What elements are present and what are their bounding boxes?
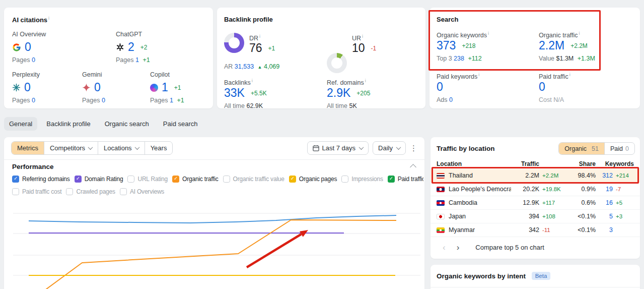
triangle-up-icon: ▲ (258, 65, 262, 70)
ai-overview-count[interactable]: 0 (25, 41, 31, 53)
traffic-value-line: Value $1.3M +1.3M (539, 55, 595, 62)
google-icon (12, 43, 21, 52)
report-tabs: General Backlink profile Organic search … (4, 117, 203, 131)
cost-line: Cost N/A (539, 96, 564, 103)
metric-checkbox-row-1: Referring domains Domain Rating URL Rati… (12, 176, 423, 183)
table-row-japan[interactable]: Japan 394 +108 <0.1% 5 +3 (431, 210, 640, 223)
ahrefs-rank-link[interactable]: 31,533 (235, 63, 254, 70)
ref-domains-value-link[interactable]: 2.9K (327, 87, 350, 99)
organic-traffic-label: Organic traffici (539, 31, 580, 39)
info-icon: i (48, 16, 49, 21)
keywords-link[interactable]: 19 (599, 186, 613, 193)
checkbox (12, 188, 19, 195)
organic-keywords-value-link[interactable]: 373 (437, 40, 456, 51)
table-row-myanmar[interactable]: Myanmar 342 -11 <0.1% 3 (431, 223, 640, 237)
collapse-section-button[interactable] (410, 164, 416, 170)
toggle-paid[interactable]: Paid0 (604, 143, 634, 154)
checkbox (172, 176, 179, 183)
backlink-profile-title: Backlink profile (224, 16, 273, 23)
intent-divider (431, 287, 640, 287)
info-icon: i (362, 34, 363, 39)
interval-dropdown[interactable]: Daily (373, 141, 406, 155)
ai-item-perplexity: Perplexity 0 Pages 0 (12, 71, 40, 104)
compare-top5-link[interactable]: Compare top 5 on chart (475, 244, 544, 251)
years-button[interactable]: Years (145, 142, 173, 154)
keywords-link[interactable]: 3 (599, 226, 613, 234)
checkbox-referring-domains[interactable]: Referring domains (12, 176, 70, 183)
annotation-arrow-line (247, 234, 301, 267)
chatgpt-count[interactable]: 2 (128, 41, 134, 53)
checkbox (127, 176, 134, 183)
metrics-button[interactable]: Metrics (12, 142, 44, 154)
paid-traffic-value-link[interactable]: 0 (539, 81, 545, 93)
paid-keywords-value-link[interactable]: 0 (437, 81, 443, 93)
backlinks-label: Backlinksi (224, 78, 253, 86)
tab-paid-search[interactable]: Paid search (158, 117, 203, 131)
metrics-filter-group: Metrics Competitors Locations Years (11, 141, 173, 155)
checkbox (388, 176, 395, 183)
backlinks-value-link[interactable]: 33K (224, 87, 245, 99)
ai-citations-card: AI citationsi AI Overview 0 Pages 0 Chat… (4, 8, 213, 108)
competitors-dropdown[interactable]: Competitors (44, 142, 98, 154)
backlinks-alltime: All time 62.9K (224, 102, 263, 109)
table-row-thailand[interactable]: Thailand 2.2M +2.2M 98.4% 312 +214 (431, 169, 640, 183)
checkbox (75, 176, 82, 183)
prev-page-button[interactable]: ‹ (443, 243, 446, 252)
table-row-cambodia[interactable]: Cambodia 12.9K +117 0.6% 16 +5 (431, 196, 640, 210)
series-referring-domains (29, 215, 396, 223)
checkbox-paid-traffic[interactable]: Paid traffic (388, 176, 423, 183)
table-row-laos[interactable]: Lao People's Democratic Reput 20.2K +19.… (431, 183, 640, 196)
checkbox (12, 176, 19, 183)
checkbox-domain-rating[interactable]: Domain Rating (75, 176, 123, 183)
backlink-profile-card: Backlink profile DRi 76+1 URi 10-1 AR 31… (217, 8, 425, 108)
pages-count-link[interactable]: 1 (135, 56, 139, 64)
metric-checkbox-row-2: Paid traffic cost Crawled pages AI Overv… (12, 188, 423, 195)
tab-organic-search[interactable]: Organic search (100, 117, 154, 131)
date-controls: Last 7 days Daily ⋮ (307, 141, 417, 155)
pages-count-link[interactable]: 0 (32, 56, 35, 64)
organic-traffic-value-link[interactable]: 2.2M (539, 40, 564, 51)
tab-backlink-profile[interactable]: Backlink profile (41, 117, 95, 131)
traffic-by-location-card: Traffic by location Organic51 Paid0 Loca… (431, 137, 640, 259)
beta-badge: Beta (532, 272, 551, 280)
copilot-icon (150, 84, 158, 92)
laos-flag-icon (437, 187, 445, 192)
keywords-by-intent-card: Organic keywords by intent Beta (431, 265, 640, 289)
next-page-button[interactable]: › (457, 243, 460, 252)
checkbox-organic-traffic[interactable]: Organic traffic (172, 176, 218, 183)
toggle-organic[interactable]: Organic51 (559, 143, 604, 154)
info-icon: i (259, 34, 260, 39)
info-icon: i (488, 31, 489, 36)
paid-traffic-label: Paid traffici (539, 72, 570, 80)
pages-count-link[interactable]: 0 (102, 97, 105, 104)
keywords-link[interactable]: 5 (599, 213, 613, 220)
performance-line-chart[interactable] (4, 199, 424, 289)
gemini-count[interactable]: 0 (94, 82, 101, 93)
ur-donut-chart (327, 53, 347, 73)
checkbox-paid-traffic-cost[interactable]: Paid traffic cost (12, 188, 61, 195)
ads-link[interactable]: 0 (449, 96, 453, 103)
tab-general[interactable]: General (4, 117, 37, 131)
checkbox-impressions[interactable]: Impressions (341, 176, 383, 183)
keywords-link[interactable]: 16 (599, 199, 613, 206)
chart-toolbar: Metrics Competitors Locations Years Last… (11, 141, 417, 155)
checkbox-crawled-pages[interactable]: Crawled pages (66, 188, 115, 195)
checkbox-url-rating[interactable]: URL Rating (127, 176, 168, 183)
keywords-link[interactable]: 312 (599, 172, 613, 179)
more-options-button[interactable]: ⋮ (410, 144, 417, 152)
checkbox-organic-pages[interactable]: Organic pages (289, 176, 337, 183)
keywords-by-intent-header: Organic keywords by intent Beta (437, 272, 550, 280)
pages-count-link[interactable]: 0 (32, 97, 35, 104)
top3-link[interactable]: 238 (454, 55, 464, 62)
japan-flag-icon (437, 214, 445, 219)
date-range-dropdown[interactable]: Last 7 days (307, 141, 369, 155)
perplexity-count[interactable]: 0 (24, 82, 31, 93)
organic-paid-toggle: Organic51 Paid0 (558, 142, 635, 155)
copilot-count[interactable]: 1 (162, 82, 168, 93)
cambodia-flag-icon (437, 200, 445, 206)
checkbox-organic-traffic-value[interactable]: Organic traffic value (223, 176, 284, 183)
locations-dropdown[interactable]: Locations (98, 142, 145, 154)
checkbox-ai-overviews[interactable]: AI Overviews (120, 188, 164, 195)
thailand-flag-icon (437, 173, 445, 179)
pages-count-link[interactable]: 1 (170, 97, 173, 104)
